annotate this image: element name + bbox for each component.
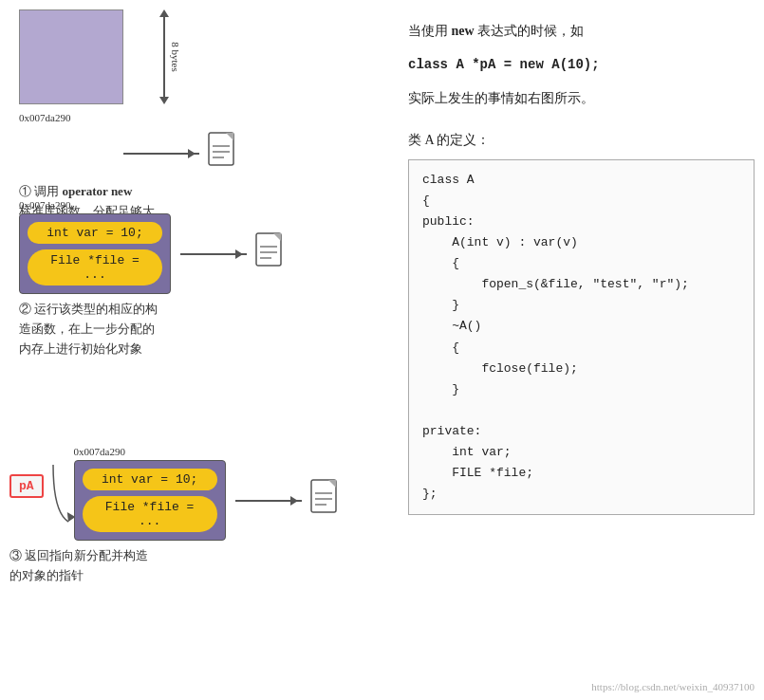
- doc-icon-2: [254, 231, 289, 277]
- arrow-line-2: [180, 253, 247, 255]
- doc-icon-3: [309, 478, 344, 524]
- field2-3: File *file = ...: [83, 496, 217, 532]
- addr-label-1: 0x007da290: [19, 112, 241, 123]
- step2-label: ② 运行该类型的相应的构 造函数，在上一步分配的 内存上进行初始化对象: [19, 300, 289, 359]
- addr-label-3: 0x007da290: [74, 446, 344, 457]
- arrow-down-icon: [159, 97, 169, 104]
- bytes-label: 8 bytes: [169, 42, 180, 71]
- svg-rect-11: [311, 480, 336, 512]
- field1-2: int var = 10;: [28, 222, 162, 244]
- memory-block-1: [19, 9, 123, 104]
- right-intro: 当使用 new 表达式的时候，如 class A *pA = new A(10)…: [408, 19, 755, 515]
- step3-label: ③ 返回指向新分配并构造 的对象的指针: [9, 546, 344, 586]
- field2-2: File *file = ...: [28, 249, 162, 286]
- arrow-line-3: [235, 500, 302, 502]
- object-block-3: int var = 10; File *file = ...: [74, 460, 226, 541]
- watermark: https://blog.csdn.net/weixin_40937100: [591, 681, 755, 692]
- object-block-2: int var = 10; File *file = ...: [19, 213, 171, 294]
- field1-3: int var = 10;: [83, 469, 217, 490]
- arrow-line-1: [123, 153, 199, 155]
- addr-label-2: 0x007da290: [19, 199, 289, 211]
- arrow-up-icon: [159, 9, 169, 17]
- svg-rect-5: [256, 233, 281, 266]
- doc-icon-1: [207, 131, 241, 176]
- code-block: class A { public: A(int v) : var(v) { fo…: [408, 159, 755, 516]
- pA-pointer-box: pA: [9, 474, 44, 498]
- svg-rect-0: [209, 133, 233, 165]
- curve-arrow: [51, 455, 70, 531]
